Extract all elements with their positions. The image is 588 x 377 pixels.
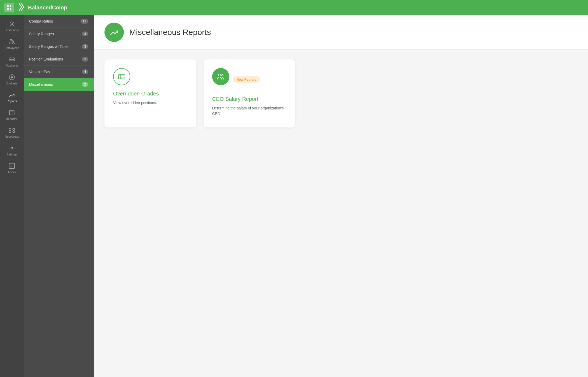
topbar: BalancedComp (0, 0, 588, 15)
app-logo: BalancedComp (17, 3, 67, 12)
svg-rect-18 (9, 128, 11, 130)
sidebar-item-positions[interactable]: Positions (0, 53, 24, 70)
cards-container: Overridden Grades View overridden positi… (94, 50, 588, 137)
svg-rect-19 (13, 128, 15, 130)
sidebar-label-positions: Positions (6, 64, 18, 67)
sidebar-item-resources[interactable]: Resources (0, 124, 24, 141)
sidebar-item-budgets[interactable]: Budgets (0, 70, 24, 88)
card-icon-ceo-salary (212, 68, 229, 85)
sub-sidebar-item-salary-ranges[interactable]: Salary Ranges 3 (24, 28, 94, 40)
svg-rect-0 (7, 5, 9, 7)
svg-rect-3 (10, 8, 11, 10)
sub-sidebar-badge: 3 (82, 44, 88, 49)
card-icon-overridden-grades (113, 68, 130, 85)
sub-sidebar-label: Salary Ranges w/ Titles (29, 44, 68, 49)
sub-sidebar-badge: 4 (82, 69, 88, 74)
sub-sidebar-item-miscellaneous[interactable]: Miscellaneous 2 (24, 78, 94, 91)
svg-point-4 (11, 23, 13, 25)
card-title-overridden-grades: Overridden Grades (113, 91, 187, 97)
svg-point-34 (222, 74, 223, 76)
sub-sidebar-badge: 3 (82, 57, 88, 62)
sidebar-label-users: Users (8, 170, 16, 174)
sub-sidebar-item-salary-ranges-titles[interactable]: Salary Ranges w/ Titles 3 (24, 40, 94, 53)
svg-rect-8 (9, 60, 15, 61)
sidebar-nav: Dashboard Employees Positions Budgets Re… (0, 15, 24, 377)
main-layout: Dashboard Employees Positions Budgets Re… (0, 15, 588, 377)
sidebar-label-reports: Reports (7, 99, 17, 103)
sub-sidebar-label: Miscellaneous (29, 82, 53, 87)
sidebar-item-users[interactable]: Users (0, 159, 24, 177)
sidebar-label-importer: Importer (6, 117, 18, 120)
svg-point-5 (10, 39, 12, 41)
sub-sidebar-badge: 11 (80, 19, 88, 24)
sidebar-item-importer[interactable]: Importer (0, 106, 24, 124)
page-header-icon (104, 23, 124, 42)
svg-point-22 (11, 147, 13, 149)
sub-sidebar-item-position-evaluations[interactable]: Position Evaluations 3 (24, 53, 94, 66)
sidebar-item-reports[interactable]: Reports (0, 88, 24, 106)
card-overridden-grades[interactable]: Overridden Grades View overridden positi… (104, 59, 196, 127)
svg-rect-7 (9, 58, 15, 59)
svg-rect-23 (9, 163, 15, 169)
sub-sidebar-label: Compa Ratios (29, 19, 53, 23)
svg-rect-21 (13, 131, 15, 133)
new-feature-badge: New Feature (233, 76, 260, 83)
sub-sidebar-badge: 2 (82, 82, 88, 87)
sub-sidebar-item-compa-ratios[interactable]: Compa Ratios 11 (24, 15, 94, 28)
content-header: Miscellaneous Reports (94, 15, 588, 50)
content-area: Miscellaneous Reports Overridden Grades … (94, 15, 588, 377)
card-desc-ceo-salary: Determine the salary of your organizatio… (212, 105, 286, 117)
logo-text: BalancedComp (28, 5, 67, 11)
sub-sidebar: Compa Ratios 11 Salary Ranges 3 Salary R… (24, 15, 94, 377)
svg-rect-1 (10, 5, 11, 7)
svg-point-6 (13, 40, 14, 41)
card-title-ceo-salary: CEO Salary Report (212, 96, 286, 102)
sub-sidebar-label: Position Evaluations (29, 57, 63, 61)
svg-rect-2 (7, 8, 9, 10)
sub-sidebar-label: Variable Pay (29, 70, 50, 74)
card-header-row-ceo: New Feature (212, 68, 286, 91)
svg-rect-20 (9, 131, 11, 133)
sidebar-item-dashboard[interactable]: Dashboard (0, 17, 24, 35)
sidebar-label-settings: Settings (6, 153, 17, 156)
page-title: Miscellaneous Reports (129, 28, 211, 37)
sidebar-label-budgets: Budgets (6, 82, 17, 85)
sidebar-item-settings[interactable]: Settings (0, 141, 24, 159)
sub-sidebar-label: Salary Ranges (29, 32, 54, 36)
sub-sidebar-item-variable-pay[interactable]: Variable Pay 4 (24, 66, 94, 78)
sidebar-item-employees[interactable]: Employees (0, 35, 24, 53)
sidebar-label-dashboard: Dashboard (5, 29, 19, 32)
sidebar-label-employees: Employees (5, 46, 19, 49)
logo-icon (17, 3, 26, 12)
card-desc-overridden-grades: View overridden positions. (113, 100, 187, 106)
card-ceo-salary-report[interactable]: New Feature CEO Salary Report Determine … (204, 59, 295, 127)
sub-sidebar-badge: 3 (82, 31, 88, 36)
svg-rect-28 (118, 74, 125, 79)
svg-point-33 (218, 74, 220, 76)
sidebar-label-resources: Resources (5, 135, 19, 138)
grid-menu-button[interactable] (4, 3, 14, 12)
